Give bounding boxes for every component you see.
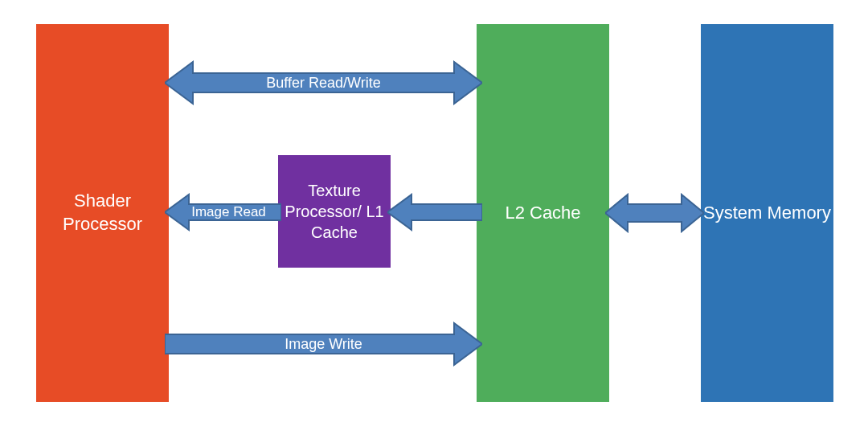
texture-processor-label: Texture Processor/ L1 Cache bbox=[278, 180, 391, 243]
l2-cache-label: L2 Cache bbox=[505, 202, 580, 225]
svg-marker-2 bbox=[387, 195, 482, 230]
image-read-arrow: Image Read bbox=[165, 193, 281, 231]
image-read-label: Image Read bbox=[180, 204, 266, 220]
shader-processor-box: Shader Processor bbox=[36, 24, 169, 402]
image-write-label: Image Write bbox=[285, 336, 362, 353]
svg-marker-4 bbox=[605, 195, 704, 231]
shader-processor-label: Shader Processor bbox=[36, 190, 169, 236]
l2-cache-box: L2 Cache bbox=[477, 24, 609, 402]
system-memory-label: System Memory bbox=[703, 202, 831, 225]
buffer-rw-label: Buffer Read/Write bbox=[266, 75, 380, 92]
double-arrow-icon bbox=[605, 193, 704, 233]
left-arrow-icon bbox=[387, 193, 482, 231]
texture-from-l2-arrow bbox=[387, 193, 482, 231]
buffer-rw-arrow: Buffer Read/Write bbox=[165, 60, 482, 105]
texture-processor-box: Texture Processor/ L1 Cache bbox=[278, 155, 391, 268]
system-memory-box: System Memory bbox=[701, 24, 833, 402]
image-write-arrow: Image Write bbox=[165, 322, 482, 367]
l2-memory-arrow bbox=[605, 193, 704, 233]
